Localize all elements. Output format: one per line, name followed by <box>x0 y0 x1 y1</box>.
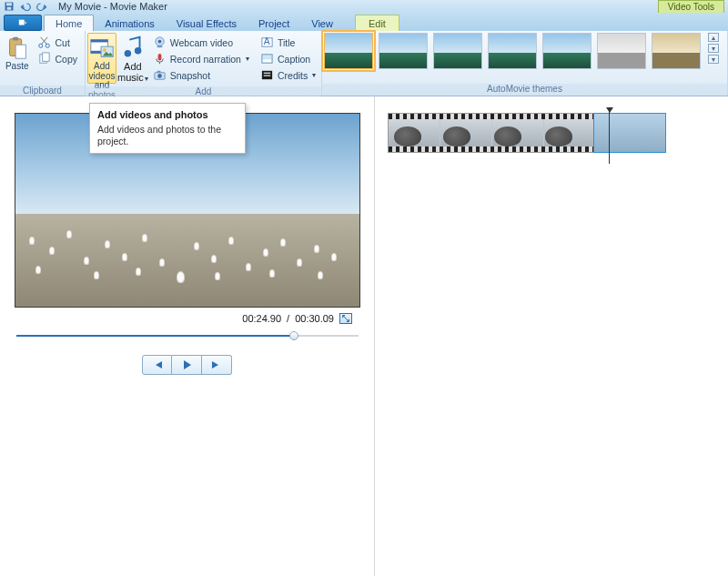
scroll-up-icon[interactable]: ▴ <box>708 33 719 42</box>
playback-controls <box>142 355 232 375</box>
add-videos-photos-icon <box>88 35 116 61</box>
title-button[interactable]: A Title <box>258 35 318 50</box>
copy-icon <box>37 52 51 66</box>
chevron-down-icon: ▾ <box>312 71 316 79</box>
window-title: My Movie - Movie Maker <box>58 1 167 12</box>
ribbon: Paste Cut Copy Clipboard Add videos and … <box>0 31 728 96</box>
svg-point-7 <box>39 44 43 47</box>
automovie-theme-3[interactable] <box>433 33 482 69</box>
preview-birds <box>15 214 359 295</box>
paste-button[interactable]: Paste <box>2 33 32 84</box>
svg-point-16 <box>125 50 132 57</box>
add-music-icon <box>119 35 147 61</box>
svg-text:A: A <box>264 36 270 46</box>
automovie-theme-1[interactable] <box>324 33 373 69</box>
ribbon-group-add: Add videos and photos Add music▾ Webcam … <box>86 31 322 96</box>
save-icon[interactable] <box>4 1 15 12</box>
tab-edit[interactable]: Edit <box>355 15 399 31</box>
gallery-expand-icon[interactable]: ▾ <box>708 55 719 64</box>
snapshot-label: Snapshot <box>170 70 210 81</box>
svg-rect-5 <box>13 37 18 41</box>
seek-slider[interactable] <box>16 329 359 342</box>
next-frame-button[interactable] <box>202 355 232 375</box>
automovie-theme-4[interactable] <box>488 33 537 69</box>
automovie-theme-2[interactable] <box>379 33 428 69</box>
storyboard-pane[interactable] <box>375 96 728 576</box>
svg-point-17 <box>135 47 142 55</box>
title-bar: My Movie - Movie Maker Video Tools <box>0 0 728 13</box>
playhead[interactable] <box>609 111 610 164</box>
add-music-label: Add music▾ <box>117 62 148 83</box>
svg-rect-30 <box>264 73 271 74</box>
group-label-automovie: AutoMovie themes <box>322 84 727 96</box>
svg-rect-12 <box>91 40 108 43</box>
paste-icon <box>4 35 31 61</box>
caption-label: Caption <box>278 54 310 65</box>
svg-point-15 <box>103 48 106 52</box>
webcam-video-button[interactable]: Webcam video <box>151 35 251 50</box>
tab-animations[interactable]: Animations <box>94 15 165 31</box>
credits-label: Credits <box>278 70 308 81</box>
timecode: 00:24.90/00:30.09 <box>242 313 352 324</box>
preview-pane: 00:24.90/00:30.09 <box>0 96 375 576</box>
tooltip-title: Add videos and photos <box>97 109 238 120</box>
microphone-icon <box>153 52 167 66</box>
chevron-down-icon: ▾ <box>145 75 148 83</box>
automovie-theme-6[interactable] <box>597 33 646 69</box>
time-total: 00:30.09 <box>295 313 334 324</box>
time-current: 00:24.90 <box>242 313 281 324</box>
app-menu-button[interactable] <box>4 15 42 31</box>
slider-fill <box>16 335 294 337</box>
caption-icon <box>260 52 274 66</box>
tab-strip: Home Animations Visual Effects Project V… <box>0 13 728 31</box>
image-clip-1[interactable] <box>593 113 666 153</box>
slider-thumb[interactable] <box>289 331 298 340</box>
add-videos-photos-button[interactable]: Add videos and photos <box>87 33 116 84</box>
add-music-button[interactable]: Add music▾ <box>116 33 149 84</box>
record-narration-label: Record narration <box>170 54 241 65</box>
record-narration-button[interactable]: Record narration▾ <box>151 51 251 66</box>
title-icon: A <box>260 35 274 49</box>
scroll-down-icon[interactable]: ▾ <box>708 44 719 53</box>
svg-rect-20 <box>157 45 162 47</box>
credits-button[interactable]: Credits▾ <box>258 67 318 83</box>
snapshot-icon <box>153 68 167 82</box>
caption-button[interactable]: Caption <box>258 51 318 66</box>
svg-rect-28 <box>263 59 271 62</box>
video-clip-1[interactable] <box>388 113 593 153</box>
tab-home[interactable]: Home <box>44 15 94 31</box>
cut-button[interactable]: Cut <box>35 35 79 50</box>
svg-rect-10 <box>43 53 50 61</box>
redo-icon[interactable] <box>36 1 47 12</box>
tooltip-body: Add videos and photos to the project. <box>97 124 238 147</box>
tab-project[interactable]: Project <box>248 15 300 31</box>
contextual-tab-group: Video Tools <box>658 0 724 13</box>
play-button[interactable] <box>172 355 202 375</box>
tooltip: Add videos and photos Add videos and pho… <box>89 103 246 154</box>
automovie-theme-5[interactable] <box>542 33 592 69</box>
credits-icon <box>260 68 274 82</box>
copy-label: Copy <box>55 54 77 65</box>
svg-rect-1 <box>6 3 12 5</box>
group-label-clipboard: Clipboard <box>0 86 85 96</box>
svg-rect-6 <box>15 45 25 58</box>
snapshot-button[interactable]: Snapshot <box>151 67 251 83</box>
svg-point-19 <box>157 40 161 44</box>
svg-point-23 <box>157 74 162 78</box>
automovie-theme-7[interactable] <box>652 33 701 69</box>
paste-label: Paste <box>5 62 29 72</box>
tab-view[interactable]: View <box>300 15 344 31</box>
previous-frame-button[interactable] <box>142 355 172 375</box>
copy-button[interactable]: Copy <box>35 51 79 66</box>
fullscreen-button[interactable] <box>339 313 352 324</box>
cut-label: Cut <box>55 37 69 48</box>
svg-rect-21 <box>157 54 161 61</box>
webcam-icon <box>153 35 167 49</box>
tab-visual-effects[interactable]: Visual Effects <box>166 15 248 31</box>
gallery-scroll[interactable]: ▴▾▾ <box>708 33 719 64</box>
time-separator: / <box>287 313 289 324</box>
cut-icon <box>37 35 51 49</box>
webcam-video-label: Webcam video <box>170 37 233 48</box>
svg-point-8 <box>46 44 50 47</box>
undo-icon[interactable] <box>20 1 31 12</box>
